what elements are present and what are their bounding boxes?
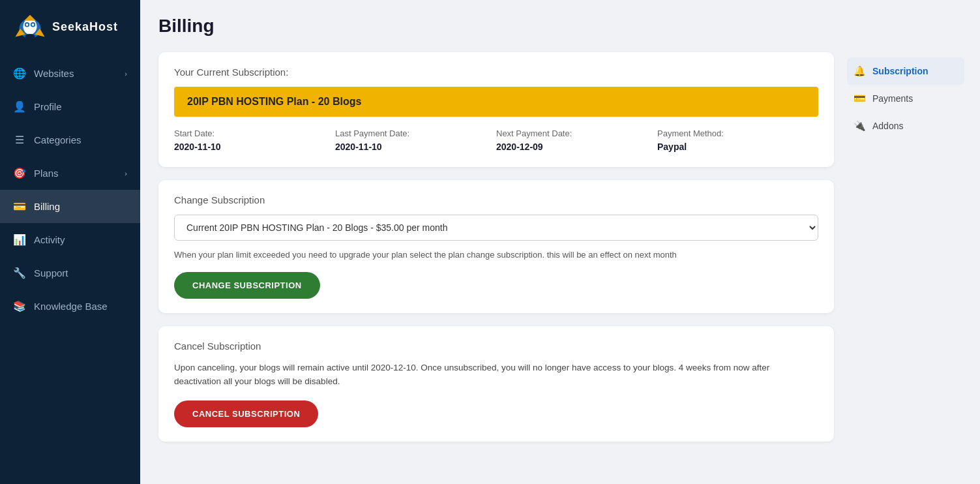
logo: SeekaHost	[0, 0, 140, 57]
main-cards: Your Current Subscription: 20IP PBN HOST…	[158, 52, 834, 468]
payment-method-item: Payment Method: Paypal	[657, 129, 818, 153]
right-panel-label-payments: Payments	[872, 93, 913, 104]
svg-marker-6	[24, 15, 36, 21]
last-payment-item: Last Payment Date: 2020-11-10	[335, 129, 496, 153]
subscription-card: Your Current Subscription: 20IP PBN HOST…	[158, 52, 834, 167]
change-sub-card-body: Change Subscription Current 20IP PBN HOS…	[158, 180, 834, 313]
sidebar-item-label-categories: Categories	[34, 134, 82, 145]
last-payment-value: 2020-11-10	[335, 142, 382, 152]
sidebar-nav: 🌐 Websites › 👤 Profile ☰ Categories 🎯 Pl…	[0, 57, 140, 484]
svg-point-1	[23, 19, 37, 35]
right-panel-item-payments[interactable]: 💳 Payments	[847, 85, 964, 112]
activity-icon: 📊	[13, 234, 26, 246]
next-payment-value: 2020-12-09	[496, 142, 543, 152]
plan-select[interactable]: Current 20IP PBN HOSTING Plan - 20 Blogs…	[174, 215, 818, 241]
main-content: Billing Your Current Subscription: 20IP …	[140, 0, 980, 484]
svg-point-4	[26, 23, 29, 26]
support-icon: 🔧	[13, 267, 26, 279]
change-sub-label: Change Subscription	[174, 194, 818, 205]
sidebar-item-categories[interactable]: ☰ Categories	[0, 123, 140, 157]
cancel-sub-card-body: Cancel Subscription Upon canceling, your…	[158, 326, 834, 442]
websites-icon: 🌐	[13, 67, 26, 80]
logo-icon	[10, 9, 50, 45]
right-panel: 🔔 Subscription 💳 Payments 🔌 Addons	[847, 52, 964, 468]
right-panel-item-addons[interactable]: 🔌 Addons	[847, 112, 964, 140]
sidebar-item-label-knowledge-base: Knowledge Base	[34, 301, 108, 312]
billing-icon: 💳	[13, 200, 26, 213]
sidebar-item-label-plans: Plans	[34, 168, 59, 179]
payment-method-label: Payment Method:	[657, 129, 818, 138]
last-payment-label: Last Payment Date:	[335, 129, 496, 138]
sidebar-item-label-activity: Activity	[34, 234, 65, 245]
start-date-label: Start Date:	[174, 129, 335, 138]
chevron-icon-websites: ›	[125, 70, 127, 78]
sidebar-item-profile[interactable]: 👤 Profile	[0, 90, 140, 123]
svg-point-9	[25, 34, 35, 39]
start-date-value: 2020-11-10	[174, 142, 221, 152]
right-panel-label-subscription: Subscription	[872, 66, 928, 76]
subscription-right-icon: 🔔	[854, 65, 866, 77]
sidebar-item-label-billing: Billing	[34, 201, 60, 212]
subscription-card-body: Your Current Subscription: 20IP PBN HOST…	[158, 52, 834, 167]
current-sub-label: Your Current Subscription:	[174, 67, 818, 78]
cancel-subscription-card: Cancel Subscription Upon canceling, your…	[158, 326, 834, 442]
sidebar-item-label-support: Support	[34, 267, 68, 279]
sidebar-item-billing[interactable]: 💳 Billing	[0, 190, 140, 223]
sidebar-item-activity[interactable]: 📊 Activity	[0, 223, 140, 256]
cancel-subscription-button[interactable]: CANCEL SUBSCRIPTION	[174, 401, 318, 427]
change-subscription-card: Change Subscription Current 20IP PBN HOS…	[158, 180, 834, 313]
sidebar-item-label-profile: Profile	[34, 101, 62, 112]
right-panel-item-subscription[interactable]: 🔔 Subscription	[847, 57, 964, 85]
sidebar-item-websites[interactable]: 🌐 Websites ›	[0, 57, 140, 90]
page-title: Billing	[158, 16, 964, 37]
chevron-icon-plans: ›	[125, 170, 127, 177]
knowledge-base-icon: 📚	[13, 300, 26, 312]
categories-icon: ☰	[13, 134, 26, 146]
change-subscription-button[interactable]: CHANGE SUBSCRIPTION	[174, 272, 320, 299]
sidebar-item-label-websites: Websites	[34, 68, 74, 79]
sidebar-item-support[interactable]: 🔧 Support	[0, 256, 140, 290]
next-payment-label: Next Payment Date:	[496, 129, 657, 138]
plans-icon: 🎯	[13, 167, 26, 179]
addons-right-icon: 🔌	[854, 120, 866, 132]
profile-icon: 👤	[13, 100, 26, 113]
plan-banner: 20IP PBN HOSTING Plan - 20 Blogs	[174, 87, 818, 117]
sidebar-item-knowledge-base[interactable]: 📚 Knowledge Base	[0, 290, 140, 323]
sidebar: SeekaHost 🌐 Websites › 👤 Profile ☰ Categ…	[0, 0, 140, 484]
change-sub-info: When your plan limit exceeded you need t…	[174, 249, 818, 262]
next-payment-item: Next Payment Date: 2020-12-09	[496, 129, 657, 153]
cancel-sub-label: Cancel Subscription	[174, 340, 818, 352]
payment-method-value: Paypal	[657, 142, 687, 152]
logo-text: SeekaHost	[52, 20, 118, 34]
cards-area: Your Current Subscription: 20IP PBN HOST…	[158, 52, 964, 468]
start-date-item: Start Date: 2020-11-10	[174, 129, 335, 153]
svg-point-5	[32, 23, 35, 26]
payments-right-icon: 💳	[854, 93, 866, 104]
cancel-sub-description: Upon canceling, your blogs will remain a…	[174, 361, 818, 389]
billing-info: Start Date: 2020-11-10 Last Payment Date…	[174, 129, 818, 153]
sidebar-item-plans[interactable]: 🎯 Plans ›	[0, 157, 140, 190]
right-panel-label-addons: Addons	[872, 121, 903, 131]
